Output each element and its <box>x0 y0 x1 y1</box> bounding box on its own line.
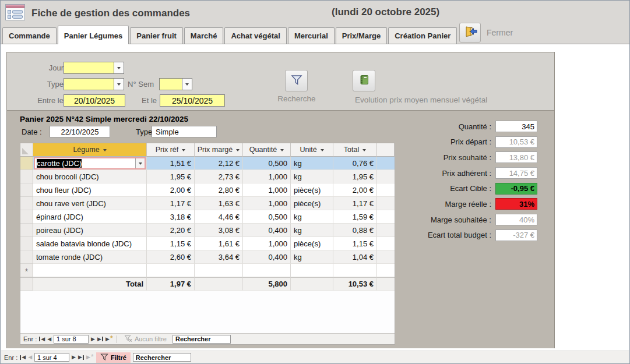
column-header-prix-r-f[interactable]: Prix réf <box>147 143 195 157</box>
cell-total[interactable]: 0,88 € <box>333 224 377 237</box>
new-record-button[interactable]: ▶* <box>105 337 113 342</box>
cell-total[interactable]: 1,59 € <box>333 210 377 224</box>
cell-total[interactable]: 1,95 € <box>333 170 377 183</box>
form-search-box[interactable]: Rechercher <box>133 353 191 362</box>
cell-legume[interactable]: salade batavia blonde (JDC) <box>33 237 147 250</box>
tab-achat-v-g-tal[interactable]: Achat végétal <box>224 27 287 44</box>
to-date-field[interactable]: 25/10/2025 <box>160 94 225 107</box>
cell-unite[interactable]: pièce(s) <box>291 197 333 210</box>
next-record-button[interactable]: ▶ <box>72 355 76 360</box>
row-selector[interactable] <box>20 183 33 197</box>
cell-prix-marge[interactable]: 2,12 € <box>195 157 243 170</box>
cell-unite[interactable]: pièce(s) <box>291 237 333 250</box>
cell-quantite[interactable]: 0,500 <box>243 157 291 170</box>
cell-quantite[interactable]: 0,400 <box>243 250 291 264</box>
column-dropdown-icon[interactable] <box>182 149 185 153</box>
row-selector[interactable] <box>20 237 33 250</box>
column-dropdown-icon[interactable] <box>321 149 324 153</box>
cell-legume[interactable]: chou brocoli (JDC) <box>33 170 147 183</box>
empty-cell[interactable] <box>377 264 395 277</box>
chevron-down-icon[interactable] <box>182 79 192 90</box>
evolution-button[interactable] <box>353 70 375 91</box>
cell-unite[interactable]: kg <box>291 224 333 237</box>
cell-legume[interactable]: épinard (JDC) <box>33 210 147 224</box>
cell-prix-ref[interactable]: 3,18 € <box>147 210 195 224</box>
cell-prix-marge[interactable]: 2,80 € <box>195 183 243 197</box>
cell-prix-ref[interactable]: 2,60 € <box>147 250 195 264</box>
last-record-button[interactable]: ▶ <box>78 355 84 360</box>
empty-cell[interactable] <box>195 264 243 277</box>
cell-prix-ref[interactable]: 1,17 € <box>147 197 195 210</box>
cell-prix-ref[interactable]: 1,51 € <box>147 157 195 170</box>
chevron-down-icon[interactable] <box>114 79 124 90</box>
cell-total[interactable]: 1,15 € <box>333 237 377 250</box>
previous-record-button[interactable]: ◀ <box>28 355 32 360</box>
cell-prix-marge[interactable]: 1,63 € <box>195 197 243 210</box>
search-button[interactable] <box>285 70 308 91</box>
column-header-prix-marg-[interactable]: Prix margé <box>195 143 243 157</box>
sem-combobox[interactable] <box>159 78 192 90</box>
type-field[interactable]: Simple <box>152 126 217 137</box>
column-dropdown-icon[interactable] <box>236 149 240 153</box>
row-selector[interactable] <box>20 250 33 264</box>
column-header-l-gume[interactable]: Légume <box>33 143 147 157</box>
tab-prix-marge[interactable]: Prix/Marge <box>336 27 387 44</box>
tab-panier-fruit[interactable]: Panier fruit <box>130 27 183 44</box>
chevron-down-icon[interactable] <box>135 158 145 168</box>
cell-unite[interactable]: kg <box>291 210 333 224</box>
cell-total[interactable]: 1,04 € <box>333 250 377 264</box>
empty-cell[interactable] <box>291 264 333 277</box>
legume-combobox[interactable]: carotte (JDC) <box>34 157 146 169</box>
cell-quantite[interactable]: 1,000 <box>243 170 291 183</box>
cell-unite[interactable]: kg <box>291 170 333 183</box>
filtered-toggle[interactable]: Filtré <box>96 352 131 363</box>
cell-prix-marge[interactable]: 1,61 € <box>195 237 243 250</box>
close-form-button[interactable] <box>459 23 481 43</box>
cell-unite[interactable]: kg <box>291 250 333 264</box>
cell-prix-marge[interactable]: 3,08 € <box>195 224 243 237</box>
datasheet-empty-area[interactable] <box>20 291 395 333</box>
empty-cell[interactable] <box>333 264 377 277</box>
cell-total[interactable]: 1,17 € <box>333 197 377 210</box>
tab-cr-ation-panier[interactable]: Création Panier <box>388 27 457 44</box>
select-all-cell[interactable] <box>20 143 33 157</box>
empty-cell[interactable] <box>33 264 147 277</box>
record-position-box[interactable]: 1 sur 4 <box>34 353 69 362</box>
last-record-button[interactable]: ▶ <box>97 337 103 342</box>
new-row-selector[interactable]: * <box>20 264 33 277</box>
cell-quantite[interactable]: 1,000 <box>243 183 291 197</box>
cell-quantite[interactable]: 1,000 <box>243 237 291 250</box>
row-selector[interactable] <box>20 224 33 237</box>
cell-legume[interactable]: poireau (JDC) <box>33 224 147 237</box>
cell-unite[interactable]: pièce(s) <box>291 183 333 197</box>
cell-prix-ref[interactable]: 2,00 € <box>147 183 195 197</box>
column-header-unit-[interactable]: Unité <box>291 143 333 157</box>
cell-quantite[interactable]: 1,000 <box>243 197 291 210</box>
empty-cell[interactable] <box>147 264 195 277</box>
cell-prix-marge[interactable]: 4,46 € <box>195 210 243 224</box>
cell-legume[interactable]: chou fleur (JDC) <box>33 183 147 197</box>
row-selector[interactable] <box>20 197 33 210</box>
cell-prix-ref[interactable]: 2,20 € <box>147 224 195 237</box>
first-record-button[interactable]: ◀ <box>20 355 26 360</box>
jour-combobox[interactable] <box>64 62 124 74</box>
tab-panier-l-gumes[interactable]: Panier Légumes <box>58 26 129 44</box>
no-filter-toggle[interactable]: Aucun filtre <box>121 335 170 343</box>
subform-search-box[interactable]: Rechercher <box>173 335 231 344</box>
cell-total[interactable]: 2,00 € <box>333 183 377 197</box>
row-selector[interactable] <box>20 170 33 183</box>
cell-unite[interactable]: kg <box>291 157 333 170</box>
cell-quantite[interactable]: 0,400 <box>243 224 291 237</box>
cell-prix-ref[interactable]: 1,95 € <box>147 170 195 183</box>
row-selector[interactable] <box>20 210 33 224</box>
tab-march-[interactable]: Marché <box>184 27 224 44</box>
previous-record-button[interactable]: ◀ <box>47 337 51 342</box>
first-record-button[interactable]: ◀ <box>39 337 45 342</box>
column-header-quantit-[interactable]: Quantité <box>243 143 291 157</box>
cell-quantite[interactable]: 0,500 <box>243 210 291 224</box>
cell-prix-marge[interactable]: 2,73 € <box>195 170 243 183</box>
legume-combobox-value[interactable]: carotte (JDC) <box>35 159 135 168</box>
column-dropdown-icon[interactable] <box>362 149 366 153</box>
column-dropdown-icon[interactable] <box>280 149 284 153</box>
summary-field-quantit[interactable]: 345 <box>495 121 537 132</box>
